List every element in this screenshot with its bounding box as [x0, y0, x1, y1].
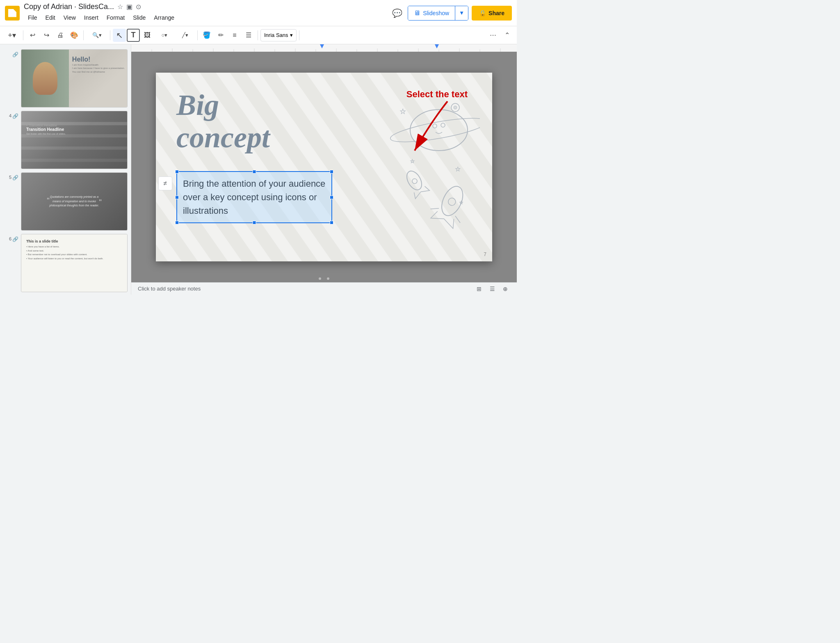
zoom-btn[interactable]: 🔍▾ [86, 29, 107, 42]
canvas-area: Big concept Bring the attention of your … [131, 44, 517, 295]
slide6-title: This is a slide title [26, 239, 122, 243]
bottom-right: ⊞ ☰ ⊕ [474, 284, 510, 294]
text-box-selected[interactable]: Bring the attention of your audience ove… [176, 171, 332, 223]
handle-bl[interactable] [175, 221, 179, 224]
line-btn[interactable]: ╱▾ [175, 29, 195, 42]
menu-insert[interactable]: Insert [80, 13, 103, 23]
equals-icon-btn[interactable]: ≠ [158, 176, 172, 190]
filmstrip-icon[interactable]: ☰ [487, 284, 497, 294]
slide-canvas[interactable]: Big concept Bring the attention of your … [131, 52, 517, 282]
slide-item-5[interactable]: 5 🔗 " Quotations are commonly printed as… [0, 171, 131, 232]
menu-format[interactable]: Format [103, 13, 129, 23]
title-area: Copy of Adrian · SlidesCa... ☆ ▣ ⊙ File … [24, 2, 390, 23]
slide-thumb-4[interactable]: I. Transition Headline Transition Headli… [21, 111, 128, 169]
menu-arrange[interactable]: Arrange [150, 13, 178, 23]
menu-edit[interactable]: Edit [41, 13, 59, 23]
toolbar: +▾ ↩ ↪ 🖨 🎨 🔍▾ ↖ T 🖼 ○▾ ╱▾ 🪣 ✏ ≡ ☰ Inria … [0, 26, 517, 44]
align-left-btn[interactable]: ≡ [228, 29, 241, 42]
slide-dots [319, 277, 329, 280]
slide-thumb-5[interactable]: " Quotations are commonly printed as ame… [21, 172, 128, 231]
svg-point-42 [411, 178, 418, 184]
body-text[interactable]: Bring the attention of your audience ove… [183, 177, 326, 217]
ruler-horizontal [131, 44, 517, 52]
handle-tl[interactable] [175, 170, 179, 174]
redo-btn[interactable]: ↪ [40, 29, 53, 42]
slide-item-4[interactable]: 4 🔗 I. Transition Headline Transition H [0, 109, 131, 171]
sep4 [197, 30, 198, 40]
sep3 [110, 30, 110, 40]
doc-title[interactable]: Copy of Adrian · SlidesCa... [24, 2, 114, 11]
menu-slide[interactable]: Slide [129, 13, 150, 23]
expand-icon[interactable]: ⊕ [500, 284, 510, 294]
slide5-text: Quotations are commonly printed as amean… [50, 195, 99, 208]
svg-line-50 [454, 216, 462, 223]
slide6-list: • Here you have a list of items. • And s… [26, 245, 122, 261]
add-btn[interactable]: +▾ [3, 29, 21, 42]
align-btn[interactable]: ☰ [242, 29, 255, 42]
link-icon-6: 🔗 [12, 234, 18, 242]
text-box-btn[interactable]: T [127, 29, 140, 42]
slide-num-6: 6 [3, 234, 11, 241]
comment-btn[interactable]: 💬 [390, 6, 404, 21]
slide-item-7[interactable]: 7 🔗 Bigconcept [0, 294, 131, 295]
shapes-btn[interactable]: ○▾ [155, 29, 174, 42]
share-btn[interactable]: 🔒 Share [472, 6, 512, 21]
collapse-toolbar-btn[interactable]: ⌃ [500, 29, 514, 42]
undo-btn[interactable]: ↩ [26, 29, 39, 42]
slide-number: 7 [484, 252, 486, 257]
handle-mr[interactable] [330, 195, 333, 199]
slide-thumb-6[interactable]: This is a slide title • Here you have a … [21, 234, 128, 292]
app-logo [5, 6, 20, 21]
big-concept-title: Big concept [176, 89, 270, 154]
slide-thumb-3[interactable]: Hello! I am from Inspire/HealthI am here… [21, 49, 128, 108]
svg-rect-10 [131, 44, 517, 52]
font-selector[interactable]: Inria Sans ▾ [260, 29, 297, 41]
slide3-photo [21, 50, 69, 107]
fill-btn[interactable]: 🪣 [200, 29, 213, 42]
link-icon-5: 🔗 [12, 172, 18, 181]
monitor-icon[interactable]: ▣ [126, 3, 132, 11]
slide-num-5: 5 [3, 172, 11, 180]
font-dropdown-icon: ▾ [290, 32, 293, 38]
menu-file[interactable]: File [24, 13, 41, 23]
handle-tm[interactable] [253, 170, 256, 174]
more-options-btn[interactable]: ⋯ [486, 29, 500, 42]
svg-point-48 [447, 197, 457, 207]
present-btn: 🖥 Slideshow ▼ [408, 6, 468, 21]
svg-line-49 [431, 205, 439, 212]
svg-point-41 [404, 169, 425, 192]
slides-panel: 🔗 Hello! I am from Inspire/HealthI am he… [0, 44, 131, 295]
handle-tr[interactable] [330, 170, 333, 174]
sep5 [258, 30, 258, 40]
annotation-arrow [382, 97, 464, 171]
handle-ml[interactable] [175, 195, 179, 199]
sep2 [83, 30, 84, 40]
menu-bar: File Edit View Insert Format Slide Arran… [24, 12, 390, 23]
dot2 [323, 277, 325, 280]
slide-num-4: 4 [3, 111, 11, 118]
sep1 [23, 30, 23, 40]
slide-item-6[interactable]: 6 🔗 This is a slide title • Here you hav… [0, 232, 131, 294]
main-slide[interactable]: Big concept Bring the attention of your … [156, 73, 492, 261]
link-icon[interactable]: ⊙ [136, 3, 141, 11]
present-dropdown-btn[interactable]: ▼ [455, 6, 468, 20]
dot1 [319, 277, 321, 280]
sep6 [299, 30, 299, 40]
menu-view[interactable]: View [59, 13, 80, 23]
pen-btn[interactable]: ✏ [214, 29, 227, 42]
handle-br[interactable] [330, 221, 333, 224]
slide-item-3[interactable]: 🔗 Hello! I am from Inspire/HealthI am he… [0, 48, 131, 109]
top-bar: Copy of Adrian · SlidesCa... ☆ ▣ ⊙ File … [0, 0, 517, 26]
star-icon[interactable]: ☆ [117, 3, 123, 11]
grid-view-icon[interactable]: ⊞ [474, 284, 484, 294]
select-tool-btn[interactable]: ↖ [113, 29, 126, 42]
slide4-text: I. Transition Headline Transition Headli… [26, 124, 66, 135]
annotation-container: Select the text [406, 89, 468, 100]
image-btn[interactable]: 🖼 [141, 29, 154, 42]
present-main-btn[interactable]: 🖥 Slideshow [408, 6, 455, 20]
paint-format-btn[interactable]: 🎨 [68, 29, 81, 42]
handle-bm[interactable] [253, 221, 256, 224]
print-btn[interactable]: 🖨 [54, 29, 67, 42]
notes-placeholder[interactable]: Click to add speaker notes [138, 286, 201, 292]
slide-num-3 [3, 49, 11, 52]
